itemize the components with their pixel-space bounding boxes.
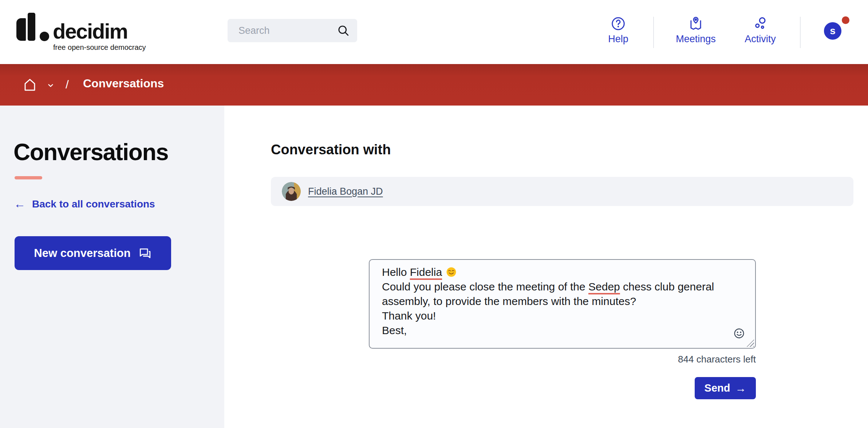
page-title: Conversations xyxy=(13,140,168,164)
resize-handle[interactable] xyxy=(745,337,754,347)
user-menu[interactable]: s xyxy=(824,22,841,40)
arrow-left-icon: ← xyxy=(14,197,25,211)
arrow-right-icon: → xyxy=(735,382,746,395)
top-header: decidim free open-source democracy Help xyxy=(0,0,868,64)
characters-left-counter: 844 characters left xyxy=(369,354,756,365)
emoji-picker-icon[interactable] xyxy=(733,328,745,339)
smiling-emoji-icon xyxy=(446,266,457,278)
help-question-icon xyxy=(611,16,626,31)
header-divider xyxy=(653,17,654,48)
bubbles-activity-icon xyxy=(753,16,768,31)
nav-meetings-label: Meetings xyxy=(676,34,716,44)
misspelled-word: Sedep xyxy=(588,281,620,293)
user-avatar[interactable]: s xyxy=(824,22,841,40)
map-pin-icon xyxy=(688,16,703,31)
nav-meetings[interactable]: Meetings xyxy=(659,16,732,44)
participant-name-link[interactable]: Fidelia Bogan JD xyxy=(308,186,383,197)
notification-dot xyxy=(842,16,849,24)
nav-activity-label: Activity xyxy=(745,34,776,44)
page: decidim free open-source democracy Help xyxy=(0,0,868,428)
nav-help-label: Help xyxy=(608,34,628,44)
logo-dot-icon xyxy=(40,32,49,41)
nav-help[interactable]: Help xyxy=(582,16,655,44)
breadcrumb: / Conversations xyxy=(0,64,868,106)
breadcrumb-current: Conversations xyxy=(83,77,164,90)
title-accent-underline xyxy=(15,176,42,179)
logo-bar-icon xyxy=(16,18,26,41)
message-content: Hello Fidelia Could you please close the… xyxy=(382,265,739,338)
send-label: Send xyxy=(705,382,730,394)
header-divider xyxy=(800,17,801,48)
message-textarea[interactable]: Hello Fidelia Could you please close the… xyxy=(369,259,756,349)
logo-bar-icon xyxy=(28,13,35,41)
sidebar: Conversations ← Back to all conversation… xyxy=(0,106,224,428)
send-button[interactable]: Send → xyxy=(695,377,756,399)
participant-row: Fidelia Bogan JD xyxy=(271,177,853,206)
new-conversation-label: New conversation xyxy=(34,247,130,260)
back-link-label: Back to all conversations xyxy=(32,198,155,210)
chevron-down-icon[interactable] xyxy=(46,81,55,90)
search-icon[interactable] xyxy=(337,24,350,37)
chat-bubbles-icon xyxy=(138,246,152,260)
back-to-conversations-link[interactable]: ← Back to all conversations xyxy=(14,197,155,211)
decidim-logo[interactable]: decidim free open-source democracy xyxy=(16,13,169,56)
participant-avatar[interactable] xyxy=(282,182,301,201)
new-conversation-button[interactable]: New conversation xyxy=(15,236,171,270)
breadcrumb-separator: / xyxy=(66,78,69,91)
home-icon[interactable] xyxy=(22,77,38,92)
misspelled-word: Fidelia xyxy=(410,266,442,278)
logo-brand-text: decidim xyxy=(53,21,127,42)
logo-tagline-text: free open-source democracy xyxy=(53,43,146,52)
nav-activity[interactable]: Activity xyxy=(724,16,797,44)
search-box xyxy=(228,19,357,42)
conversation-heading: Conversation with xyxy=(271,142,391,158)
